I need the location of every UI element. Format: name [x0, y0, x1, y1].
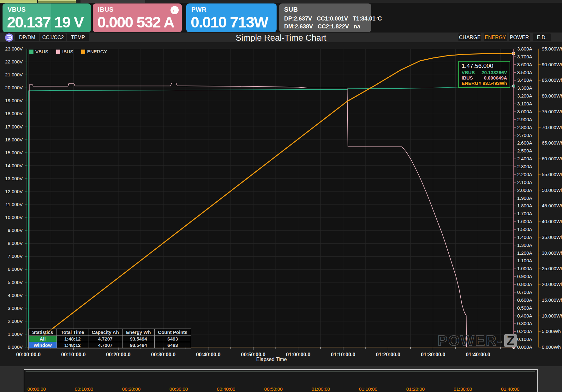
svg-text:0.200A: 0.200A	[517, 329, 532, 334]
svg-text:11.000V: 11.000V	[5, 202, 23, 207]
svg-text:0.500A: 0.500A	[517, 305, 532, 311]
tooltip-timestamp: 1:47:56.000	[462, 62, 507, 69]
tab-charge[interactable]: CHARGE	[458, 33, 481, 41]
svg-text:2.600A: 2.600A	[517, 140, 532, 146]
navigator-time-label: 00:50:00	[264, 386, 283, 392]
stats-cell: 6493	[155, 336, 191, 342]
navigator-time-label: 00:00:00	[27, 386, 46, 392]
tooltip-rows: VBUS20.138266VIBUS0.000649AENERGY93.5493…	[462, 70, 507, 86]
stats-header-cell: Total Time	[57, 329, 88, 336]
svg-text:85.000Wh: 85.000Wh	[542, 77, 562, 83]
tab-power[interactable]: POWER	[509, 33, 530, 41]
navigator-time-label: 01:20:00	[406, 386, 425, 392]
tab-e-d-[interactable]: E.D.	[533, 33, 551, 41]
stats-row-label[interactable]: All	[29, 336, 57, 342]
svg-text:1.200A: 1.200A	[517, 250, 532, 256]
svg-text:75.000Wh: 75.000Wh	[542, 109, 562, 114]
svg-text:5.000Wh: 5.000Wh	[542, 329, 561, 334]
ibus-card[interactable]: IBUS ← 0.000 532 A	[93, 3, 182, 32]
svg-text:1.500A: 1.500A	[517, 227, 532, 232]
tab-dp-dm[interactable]: DP/DM	[15, 33, 39, 41]
statistics-body: All1:48:124.720793.54946493Window1:48:12…	[29, 336, 191, 348]
svg-text:2.300A: 2.300A	[517, 164, 532, 169]
svg-text:3.800A: 3.800A	[517, 46, 532, 51]
top-strip-segment	[0, 0, 37, 3]
pwr-card[interactable]: PWR 0.010 713W	[186, 3, 277, 32]
pwr-card-label: PWR	[191, 6, 206, 13]
stats-row-label[interactable]: Window	[29, 342, 57, 348]
watermark-text: POWER-	[438, 332, 503, 349]
sub-card-label: SUB	[284, 6, 298, 13]
y-axis-left-labels: 23.000V22.000V21.000V20.000V19.000V18.00…	[5, 46, 27, 350]
stats-cell: 1:48:12	[57, 342, 88, 348]
svg-text:1.800A: 1.800A	[517, 203, 532, 208]
svg-text:1.900A: 1.900A	[517, 195, 532, 201]
svg-text:1.300A: 1.300A	[517, 242, 532, 248]
navigator-time-label: 00:10:00	[75, 386, 93, 392]
svg-text:3.300A: 3.300A	[517, 85, 532, 91]
stats-header-cell: Statistics	[29, 329, 57, 336]
ibus-card-label: IBUS	[98, 6, 114, 13]
svg-text:16.000V: 16.000V	[5, 137, 23, 142]
stats-header-cell: Capacity Ah	[88, 329, 123, 336]
svg-text:13.000V: 13.000V	[5, 176, 23, 181]
legend-item-ibus[interactable]: IBUS	[56, 49, 73, 54]
statistics-header: StatisticsTotal TimeCapacity AhEnergy Wh…	[29, 329, 191, 336]
svg-text:22.000V: 22.000V	[5, 59, 23, 64]
stats-header-cell: Energy Wh	[123, 329, 155, 336]
svg-text:4.000V: 4.000V	[8, 293, 23, 298]
svg-text:2.400A: 2.400A	[517, 156, 532, 161]
svg-text:0.900A: 0.900A	[517, 274, 532, 279]
svg-text:2.200A: 2.200A	[517, 172, 532, 177]
legend-label: ENERGY	[87, 49, 107, 54]
navigator-time-label: 01:00:00	[312, 386, 330, 392]
svg-text:00:00:00.0: 00:00:00.0	[16, 352, 40, 357]
tab-energy[interactable]: ENERGY	[484, 33, 507, 41]
tab-cc1-cc2[interactable]: CC1/CC2	[40, 33, 66, 41]
stats-row-window: Window1:48:124.720793.54946493	[29, 342, 191, 348]
timeline-navigator[interactable]: 00:00:0000:10:0000:20:0000:30:0000:40:00…	[24, 369, 538, 392]
watermark-z-logo: Z	[504, 334, 517, 347]
legend-label: VBUS	[35, 49, 48, 54]
svg-text:2.900A: 2.900A	[517, 117, 532, 122]
y-axis-current-labels: 3.800A3.700A3.600A3.500A3.400A3.300A3.20…	[514, 46, 532, 350]
navigator-time-label: 01:30:00	[454, 386, 472, 392]
svg-text:40.000Wh: 40.000Wh	[542, 219, 562, 224]
svg-text:3.400A: 3.400A	[517, 77, 532, 83]
svg-text:3.200A: 3.200A	[517, 93, 532, 98]
pulse-chart-icon[interactable]	[5, 33, 13, 42]
pwr-card-value: 0.010 713W	[191, 13, 268, 31]
svg-text:10.000Wh: 10.000Wh	[542, 313, 562, 318]
svg-text:1.700A: 1.700A	[517, 211, 532, 216]
legend-item-energy[interactable]: ENERGY	[81, 49, 107, 54]
legend-item-vbus[interactable]: VBUS	[29, 49, 48, 54]
legend-label: IBUS	[62, 49, 73, 54]
svg-text:35.000Wh: 35.000Wh	[542, 235, 562, 240]
svg-text:00:30:00.0: 00:30:00.0	[151, 352, 176, 357]
svg-text:30.000Wh: 30.000Wh	[542, 250, 562, 256]
navigator-time-label: 01:10:00	[359, 386, 377, 392]
top-strip-segment	[81, 0, 145, 3]
svg-text:1.000V: 1.000V	[8, 331, 23, 337]
chart-title: Simple Real-Time Chart	[202, 33, 360, 43]
svg-text:6.000V: 6.000V	[8, 266, 23, 272]
realtime-chart-plot[interactable]: 23.000V22.000V21.000V20.000V19.000V18.00…	[0, 42, 562, 366]
stats-header-cell: Count Points	[155, 329, 191, 336]
metric-cards-row: VBUS 20.137 19 V IBUS ← 0.000 532 A PWR …	[0, 3, 562, 33]
power-z-watermark: POWER- Z	[438, 332, 517, 349]
tab-temp[interactable]: TEMP	[67, 33, 89, 41]
svg-text:5.000V: 5.000V	[8, 280, 23, 285]
svg-text:2.000V: 2.000V	[8, 318, 23, 324]
svg-text:0.800A: 0.800A	[517, 282, 532, 287]
svg-text:00:10:00.0: 00:10:00.0	[61, 352, 86, 357]
svg-text:2.700A: 2.700A	[517, 133, 532, 138]
vbus-card[interactable]: VBUS 20.137 19 V	[3, 3, 91, 32]
svg-text:3.600A: 3.600A	[517, 62, 532, 67]
chart-toolbar: DP/DMCC1/CC2TEMP Simple Real-Time Chart …	[0, 33, 562, 42]
svg-text:18.000V: 18.000V	[5, 111, 23, 116]
svg-text:12.000V: 12.000V	[5, 189, 23, 194]
stats-cell: 93.5494	[123, 342, 155, 348]
sub-card[interactable]: SUB DP:2.637V CC1:0.001V T1:34.01°C DM:2…	[279, 3, 371, 32]
svg-text:50.000Wh: 50.000Wh	[542, 187, 562, 193]
svg-text:90.000Wh: 90.000Wh	[542, 62, 562, 67]
